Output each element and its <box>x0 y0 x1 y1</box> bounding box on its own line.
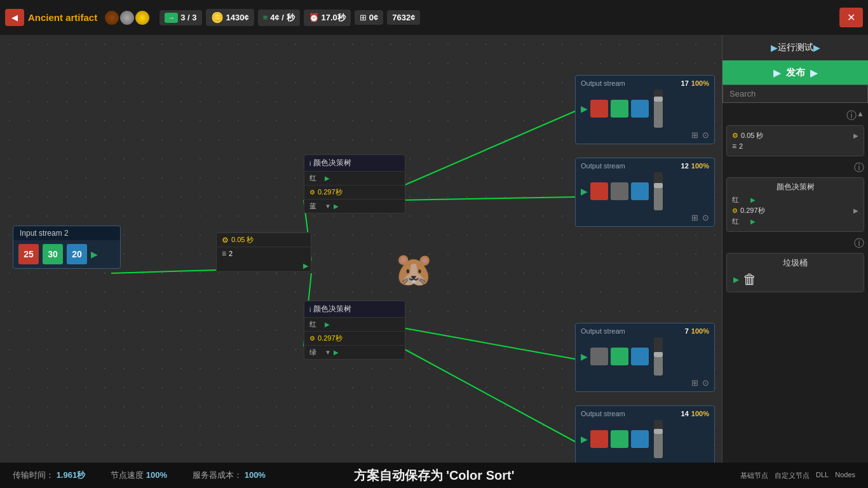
os1-header: Output stream 17 100% <box>581 79 709 87</box>
os4-label: Output stream <box>581 410 625 417</box>
color-card-row-red: 红 ▶ <box>732 195 858 205</box>
rate-val: 4¢ / 秒 <box>270 12 294 24</box>
os1-body: ▶ <box>581 90 709 128</box>
publish-arrow-right: ▶ <box>810 67 818 79</box>
color-row-1-red: 红 ▶ <box>304 171 405 185</box>
queue-card-icon: ≡ <box>732 142 736 151</box>
svg-line-3 <box>399 111 575 187</box>
publish-label: 发布 <box>786 67 805 79</box>
right-panel: ▶ 运行测试 ▶ ▶ 发布 ▶ ⓘ ▲ ⚙ 0.05 秒 ▶ <box>722 35 868 463</box>
medal-gold <box>135 11 149 25</box>
os4-header: Output stream 14 100% <box>581 410 709 417</box>
dropdown-2[interactable]: ▼ <box>325 349 331 356</box>
output-stream-4[interactable]: Output stream 14 100% ▶ ⊞ ⊙ <box>575 405 715 463</box>
os3-settings-icon[interactable]: ⊙ <box>702 378 709 388</box>
info-icon-right-3: ⓘ <box>854 237 864 250</box>
expand-right-2: ▶ <box>853 207 858 214</box>
output-stream-1[interactable]: Output stream 17 100% ▶ ⊞ ⊙ <box>575 75 715 144</box>
output-stream-2[interactable]: Output stream 12 100% ▶ ⊞ ⊙ <box>575 158 715 227</box>
proc-queue-row: ≡ 2 <box>217 247 311 260</box>
os3-header: Output stream 7 100% <box>581 327 709 335</box>
label-blue-1: 蓝 <box>309 201 322 211</box>
main-area: Input stream 2 25 30 20 ▶ ⚙ 0.05 秒 ≡ 2 ▶ <box>0 35 868 463</box>
os3-color-blue <box>631 348 649 365</box>
color-node-1-header: i 颜色决策树 <box>304 155 405 171</box>
bottom-dll-label[interactable]: DLL <box>816 471 829 480</box>
bottom-mid-label[interactable]: 自定义节点 <box>775 471 810 480</box>
os1-color-green <box>611 100 628 118</box>
proc-speed-node[interactable]: ⚙ 0.05 秒 ≡ 2 ▶ <box>216 232 311 272</box>
os4-play: ▶ <box>581 434 588 444</box>
os2-color-red <box>590 182 608 200</box>
back-button[interactable]: ◀ <box>5 9 24 26</box>
save-message: 方案自动保存为 'Color Sort' <box>354 467 515 484</box>
trash-node-card[interactable]: 垃圾桶 ▶ 🗑 <box>726 253 864 292</box>
input-stream-header: Input stream 2 <box>13 226 120 240</box>
bottom-nodes-label[interactable]: Nodes <box>835 471 855 480</box>
transfer-val: 1.961秒 <box>57 470 86 480</box>
trash-icon-row: ▶ 🗑 <box>733 271 857 288</box>
os2-settings-icon[interactable]: ⊙ <box>702 213 709 222</box>
value-25: 25 <box>18 244 39 264</box>
os1-slider[interactable] <box>654 90 663 128</box>
os1-play: ▶ <box>581 104 588 114</box>
color-card-speed-row: ⚙ 0.297秒 ▶ <box>732 206 858 215</box>
color-node-2-title: 颜色决策树 <box>313 304 351 315</box>
bottom-left-label[interactable]: 基础节点 <box>740 471 768 480</box>
rp-info-row-3: ⓘ <box>726 237 864 250</box>
server-cost: 服务器成本： 100% <box>193 470 266 481</box>
info-icon-2: i <box>309 306 311 313</box>
coins-val: 1430¢ <box>226 13 249 22</box>
os1-color-red <box>590 100 608 118</box>
arrow-red-2: ▶ <box>325 321 330 328</box>
color-node-1[interactable]: i 颜色决策树 红 ▶ ⚙ 0.297秒 蓝 ▼ ▶ <box>304 154 405 214</box>
os1-settings-icon[interactable]: ⊙ <box>702 130 709 140</box>
arrow-green-2: ▶ <box>334 349 339 356</box>
value-30: 30 <box>43 244 63 264</box>
arrow-red-1: ▶ <box>325 175 330 182</box>
speed-node-row: ⚙ 0.05 秒 ▶ <box>732 131 858 140</box>
os3-body: ▶ <box>581 337 709 376</box>
proc-arrow-out: ▶ <box>303 262 308 269</box>
os2-body: ▶ <box>581 172 709 210</box>
input-stream-node[interactable]: Input stream 2 25 30 20 ▶ <box>13 226 121 269</box>
score-section: ⊞ 0¢ <box>355 10 383 25</box>
speed-node-card[interactable]: ⚙ 0.05 秒 ▶ ≡ 2 <box>726 125 864 156</box>
os4-color-red <box>590 430 608 448</box>
statusbar: 传输时间： 1.961秒 节点速度 100% 服务器成本： 100% 方案自动保… <box>0 463 868 488</box>
exit-button[interactable]: ✕ <box>839 8 863 27</box>
label-red-1: 红 <box>309 173 322 183</box>
os3-stack-icon: ⊞ <box>691 378 698 388</box>
color-node-1-title: 颜色决策树 <box>313 158 351 168</box>
os2-label: Output stream <box>581 162 625 170</box>
color-row-2-green: 绿 ▼ ▶ <box>304 345 405 359</box>
os4-count: 14 <box>681 410 689 417</box>
color-node-2[interactable]: i 颜色决策树 红 ▶ ⚙ 0.297秒 绿 ▼ ▶ <box>304 301 405 360</box>
speed-card-icon: ⚙ <box>732 132 738 140</box>
rp-info-row-2: ⓘ <box>726 161 864 175</box>
speed-val-2: 0.297秒 <box>318 334 342 343</box>
os4-color-green <box>611 430 628 448</box>
rate-section: ≡ 4¢ / 秒 <box>258 10 300 26</box>
publish-button[interactable]: ▶ 发布 ▶ <box>722 60 868 85</box>
canvas-area[interactable]: Input stream 2 25 30 20 ▶ ⚙ 0.05 秒 ≡ 2 ▶ <box>0 35 722 463</box>
run-test-button[interactable]: ▶ 运行测试 ▶ <box>722 35 868 60</box>
search-input[interactable] <box>722 85 868 103</box>
rp-info-row-1: ⓘ ▲ <box>726 109 864 123</box>
os2-header: Output stream 12 100% <box>581 162 709 170</box>
server-cost-val: 100% <box>245 470 266 480</box>
os2-slider[interactable] <box>654 172 663 210</box>
os3-slider[interactable] <box>654 337 663 376</box>
output-stream-3[interactable]: Output stream 7 100% ▶ ⊞ ⊙ <box>575 323 715 392</box>
os1-stack-icon: ⊞ <box>691 130 698 140</box>
transfer-time: 传输时间： 1.961秒 <box>13 470 85 481</box>
os4-color-blue <box>631 430 649 448</box>
color-decision-card[interactable]: 颜色决策树 红 ▶ ⚙ 0.297秒 ▶ 红 ▶ <box>726 177 864 232</box>
medals <box>105 11 149 25</box>
os2-color-blue <box>631 182 649 200</box>
expand-right-1: ▶ <box>853 132 858 139</box>
node-speed: 节点速度 100% <box>111 470 167 481</box>
dropdown-1[interactable]: ▼ <box>325 203 331 210</box>
os4-slider[interactable] <box>654 420 663 458</box>
color-card-speed-val: 0.297秒 <box>740 206 765 215</box>
